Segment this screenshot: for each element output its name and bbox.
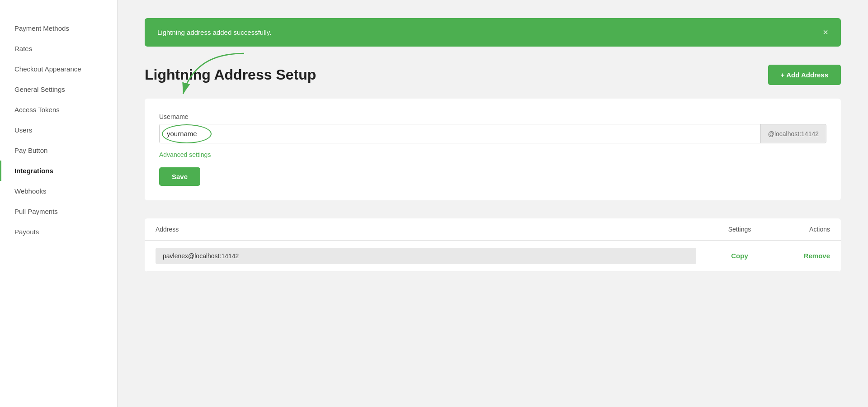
username-input[interactable]	[160, 124, 760, 143]
success-banner: Lightning address added successfully. ×	[145, 18, 841, 47]
sidebar-item-users[interactable]: Users	[0, 120, 117, 140]
page-title: Lightning Address Setup	[145, 66, 316, 83]
address-table: Address Settings Actions pavlenex@localh…	[145, 218, 841, 272]
col-settings-header: Settings	[703, 226, 776, 233]
sidebar-item-access-tokens[interactable]: Access Tokens	[0, 99, 117, 120]
table-row: pavlenex@localhost:14142 Copy Remove	[145, 241, 841, 272]
sidebar-item-payment-methods[interactable]: Payment Methods	[0, 18, 117, 38]
sidebar-item-rates[interactable]: Rates	[0, 38, 117, 59]
save-button[interactable]: Save	[159, 167, 200, 186]
col-actions-header: Actions	[776, 226, 830, 233]
banner-close-button[interactable]: ×	[823, 27, 828, 38]
sidebar-item-payouts[interactable]: Payouts	[0, 222, 117, 242]
actions-col: Remove	[776, 252, 830, 260]
table-header: Address Settings Actions	[145, 218, 841, 241]
banner-message: Lightning address added successfully.	[157, 28, 271, 36]
page-header: Lightning Address Setup + Add Address	[145, 65, 841, 85]
sidebar-item-checkout-appearance[interactable]: Checkout Appearance	[0, 59, 117, 79]
advanced-settings-link[interactable]: Advanced settings	[159, 151, 211, 158]
sidebar-item-pay-button[interactable]: Pay Button	[0, 140, 117, 161]
sidebar-item-integrations[interactable]: Integrations	[0, 161, 117, 181]
address-value: pavlenex@localhost:14142	[156, 248, 696, 264]
remove-button[interactable]: Remove	[804, 252, 830, 260]
username-suffix: @localhost:14142	[760, 124, 826, 143]
username-label: Username	[159, 113, 826, 120]
username-wrapper: @localhost:14142	[159, 124, 826, 143]
annotation-container: @localhost:14142	[159, 124, 826, 143]
sidebar: Payment MethodsRatesCheckout AppearanceG…	[0, 0, 118, 407]
main-content: Lightning address added successfully. × …	[118, 0, 868, 407]
copy-button[interactable]: Copy	[722, 252, 758, 260]
username-row: @localhost:14142	[159, 124, 826, 143]
sidebar-item-pull-payments[interactable]: Pull Payments	[0, 201, 117, 222]
add-address-button[interactable]: + Add Address	[768, 65, 841, 85]
settings-col: Copy	[703, 252, 776, 260]
sidebar-item-webhooks[interactable]: Webhooks	[0, 181, 117, 201]
sidebar-item-general-settings[interactable]: General Settings	[0, 79, 117, 99]
form-section: Username @localhost:14142 Advanced setti…	[145, 99, 841, 200]
col-address-header: Address	[156, 226, 703, 233]
